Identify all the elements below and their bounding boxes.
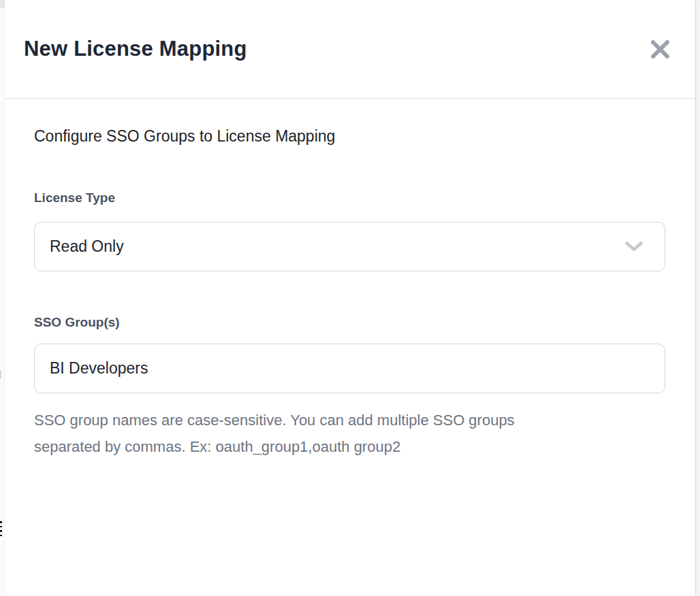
license-type-label: License Type [34,189,695,207]
background-list-icon-sliver [0,521,2,539]
license-type-select[interactable]: Read Only [34,222,665,271]
background-page-sliver [0,0,5,596]
sso-groups-help-text: SSO group names are case-sensitive. You … [34,407,565,460]
modal-title: New License Mapping [24,37,247,61]
close-icon [650,39,671,60]
close-button[interactable] [650,39,671,60]
chevron-down-icon [625,242,643,252]
license-type-selected-value: Read Only [50,237,124,256]
new-license-mapping-modal: New License Mapping Configure SSO Groups… [5,0,696,596]
license-type-field: License Type Read Only [34,189,695,271]
sso-groups-label: SSO Group(s) [34,314,695,331]
modal-body: Configure SSO Groups to License Mapping … [5,99,695,460]
background-fragment [0,371,1,379]
sso-groups-input[interactable] [34,344,665,393]
sso-groups-field: SSO Group(s) SSO group names are case-se… [34,314,695,460]
config-heading: Configure SSO Groups to License Mapping [34,125,695,147]
modal-header: New License Mapping [5,0,695,99]
background-top-fragment [0,0,5,8]
